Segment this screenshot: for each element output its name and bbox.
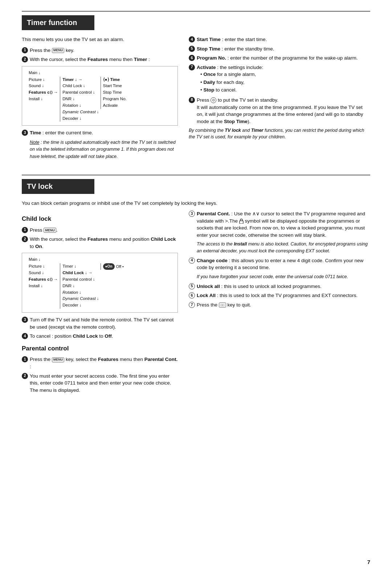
step-1-num: 1 — [22, 47, 28, 53]
pc-step-1-content: Press the MENU key, select the Features … — [30, 356, 178, 370]
pc-step-1-num: 1 — [22, 356, 28, 362]
pc-step-2: 2 You must enter your secret access code… — [22, 373, 178, 394]
bullet-stop: Stop to cancel. — [200, 86, 370, 94]
menu-key-cl: MENU — [44, 228, 56, 233]
timer-step-6: 6 Program No. : enter the number of the … — [189, 54, 370, 62]
activate-bullets: Once for a single alarm, Daily for each … — [200, 71, 370, 94]
tvlock-divider — [22, 175, 370, 175]
change-italic-note: If you have forgotten your secret code, … — [197, 273, 370, 280]
menu-key-pc: MENU — [52, 357, 65, 362]
tvlock-right-step-5: 5 Unlock all : this is used to unlock al… — [189, 283, 370, 290]
r-step-4-num: 4 — [189, 257, 195, 264]
page-number: 7 — [367, 558, 370, 566]
timer-note: Note : the time is updated automatically… — [30, 139, 178, 160]
tvlock-intro: You can block certain programs or inhibi… — [22, 200, 370, 207]
step-4-content: Start Time : enter the start time. — [197, 36, 370, 43]
svg-rect-0 — [240, 221, 243, 224]
cl-menu-diagram-table: Main ↓ Picture ↓ Sound ↓ Features c⟨⟩ → … — [27, 257, 125, 309]
r-step-7-num: 7 — [189, 302, 195, 308]
cl-step-4-num: 4 — [22, 333, 28, 339]
tvlock-section: TV lock You can block certain programs o… — [22, 175, 370, 396]
tvlock-right-col: 3 Parental Cont. : Use the ∧∨ cursor to … — [189, 210, 370, 396]
cl-step-2-num: 2 — [22, 236, 28, 242]
step-7-content: Activate : the settings include: Once fo… — [197, 64, 370, 94]
step-6-content: Program No. : enter the number of the pr… — [197, 54, 370, 62]
cl-step-4: 4 To cancel : position Child Lock to Off… — [22, 333, 178, 340]
pc-step-2-content: You must enter your secret access code. … — [30, 373, 178, 394]
timer-section: Timer function This menu lets you use th… — [22, 11, 370, 160]
r-step-5-content: Unlock all : this is used to unlock all … — [197, 283, 370, 290]
standby-icon: ⊙ — [211, 97, 216, 103]
step-3-content: Time : enter the current time. — [30, 129, 178, 137]
r-step-3-num: 3 — [189, 211, 195, 217]
r-step-7-content: Press the □□ key to quit. — [197, 301, 370, 309]
tvlock-right-step-6: 6 Lock All : this is used to lock all th… — [189, 292, 370, 299]
child-lock-heading: Child lock — [22, 215, 178, 224]
r-step-6-content: Lock All : this is used to lock all the … — [197, 292, 370, 299]
quit-key: □□ — [219, 302, 226, 308]
note-label: Note — [30, 140, 39, 145]
step-2-num: 2 — [22, 56, 28, 62]
cl-step-1-content: Press MENU. — [30, 227, 178, 234]
r-step-5-num: 5 — [189, 283, 195, 289]
cl-step-2-content: With the cursor, select the Features men… — [30, 236, 178, 250]
timer-step-4: 4 Start Time : enter the start time. — [189, 36, 370, 43]
cl-step-1-num: 1 — [22, 227, 28, 233]
step-8-num: 8 — [189, 97, 195, 103]
step-2-content: With the cursor, select the Features men… — [30, 56, 178, 63]
menu-diagram-table: Main ↓ Picture ↓ Sound ↓ Features c⟨⟩ → … — [27, 70, 128, 122]
cl-step-4-content: To cancel : position Child Lock to Off. — [30, 333, 178, 340]
tvlock-right-step-4: 4 Change code : this allows you to enter… — [189, 257, 370, 271]
timer-right-col: 4 Start Time : enter the start time. 5 S… — [189, 36, 370, 160]
bullet-daily: Daily for each day, — [200, 79, 370, 86]
step-1-content: Press the MENU key. — [30, 47, 178, 54]
parental-italic-note: The access to the Install menu is also l… — [197, 241, 370, 254]
tvlock-right-step-7: 7 Press the □□ key to quit. — [189, 301, 370, 309]
tvlock-section-header: TV lock — [22, 179, 94, 194]
cl-step-3-content: Turn off the TV set and hide the remote … — [30, 316, 178, 330]
tvlock-content: Child lock 1 Press MENU. 2 With the curs… — [22, 210, 370, 396]
cl-menu-diagram: Main ↓ Picture ↓ Sound ↓ Features c⟨⟩ → … — [22, 253, 178, 313]
timer-italic-note: By combining the TV lock and Timer funct… — [189, 127, 370, 140]
cl-step-2: 2 With the cursor, select the Features m… — [22, 236, 178, 250]
timer-step-2: 2 With the cursor, select the Features m… — [22, 56, 178, 63]
timer-left-col: This menu lets you use the TV set as an … — [22, 36, 178, 160]
pc-step-1: 1 Press the MENU key, select the Feature… — [22, 356, 178, 370]
step-7-num: 7 — [189, 64, 195, 70]
step-8-content: Press ⊙ to put the TV set in standby. It… — [197, 97, 370, 125]
timer-section-header: Timer function — [22, 15, 94, 30]
r-step-3-content: Parental Cont. : Use the ∧∨ cursor to se… — [197, 210, 370, 239]
step-5-content: Stop Time : enter the standby time. — [197, 45, 370, 53]
timer-step-1: 1 Press the MENU key. — [22, 47, 178, 54]
step-6-num: 6 — [189, 55, 195, 61]
top-divider — [22, 11, 370, 12]
step-3-num: 3 — [22, 130, 28, 136]
tvlock-right-step-3: 3 Parental Cont. : Use the ∧∨ cursor to … — [189, 210, 370, 239]
parental-control-heading: Parental control — [22, 344, 178, 353]
r-step-4-content: Change code : this allows you to enter a… — [197, 257, 370, 271]
step-4-num: 4 — [189, 36, 195, 42]
step-5-num: 5 — [189, 46, 195, 52]
r-step-6-num: 6 — [189, 292, 195, 298]
timer-menu-diagram: Main ↓ Picture ↓ Sound ↓ Features c⟨⟩ → … — [22, 66, 178, 126]
tvlock-left-col: Child lock 1 Press MENU. 2 With the curs… — [22, 210, 178, 396]
timer-step-8: 8 Press ⊙ to put the TV set in standby. … — [189, 97, 370, 125]
timer-step-7: 7 Activate : the settings include: Once … — [189, 64, 370, 94]
cl-step-3: 3 Turn off the TV set and hide the remot… — [22, 316, 178, 330]
timer-step-3: 3 Time : enter the current time. — [22, 129, 178, 137]
timer-content: This menu lets you use the TV set as an … — [22, 36, 370, 160]
timer-intro: This menu lets you use the TV set as an … — [22, 36, 178, 43]
menu-key: MENU — [52, 48, 65, 53]
cl-step-1: 1 Press MENU. — [22, 227, 178, 234]
lock-icon — [239, 219, 244, 224]
bullet-once: Once for a single alarm, — [200, 71, 370, 78]
note-text: : the time is updated automatically each… — [30, 140, 176, 159]
cl-step-3-num: 3 — [22, 317, 28, 323]
pc-step-2-num: 2 — [22, 373, 28, 379]
timer-step-5: 5 Stop Time : enter the standby time. — [189, 45, 370, 53]
